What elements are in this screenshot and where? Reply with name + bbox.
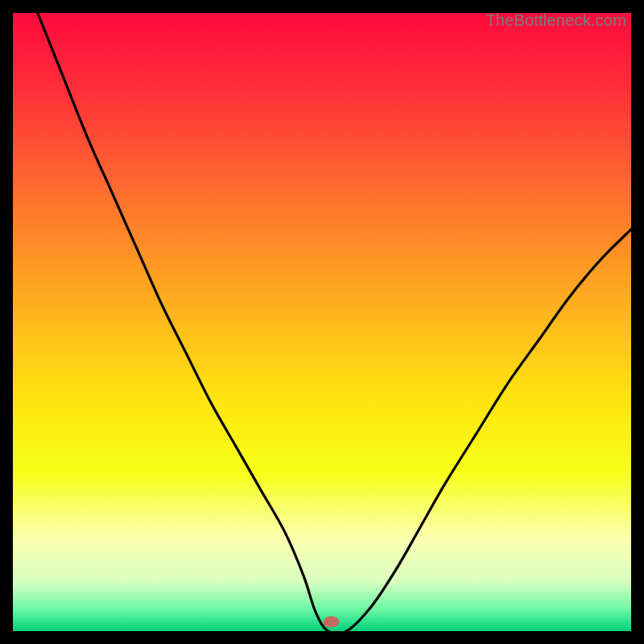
watermark-text: TheBottleneck.com [485,11,626,30]
bottleneck-chart [13,13,631,631]
chart-frame: TheBottleneck.com [13,13,631,631]
optimal-point-marker [324,617,340,628]
gradient-background [13,13,631,631]
